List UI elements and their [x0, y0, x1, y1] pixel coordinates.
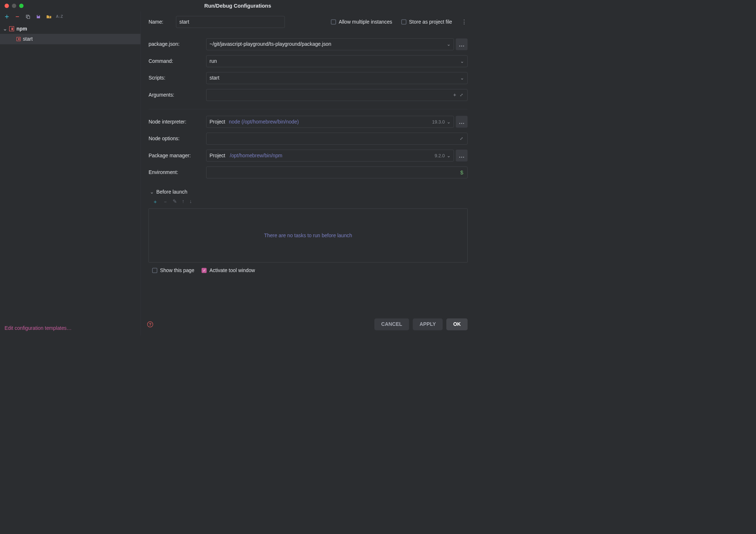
tree-item-start[interactable]: start: [0, 34, 141, 44]
checkbox-icon: [331, 19, 336, 24]
browse-button[interactable]: …: [456, 116, 468, 128]
save-icon[interactable]: [36, 14, 41, 19]
environment-label: Environment:: [149, 170, 206, 175]
help-icon[interactable]: ?: [147, 321, 153, 327]
checkbox-icon: [401, 19, 406, 24]
npm-icon: [9, 26, 14, 31]
main-panel: Name: start Allow multiple instances Sto…: [141, 11, 475, 336]
svg-rect-1: [27, 16, 30, 19]
window-title: Run/Debug Configurations: [0, 3, 475, 9]
show-page-checkbox[interactable]: Show this page: [152, 267, 194, 273]
package-manager-combo[interactable]: Project /opt/homebrew/bin/npm 9.2.0 ⌄: [206, 150, 454, 162]
checkbox-icon: [152, 268, 157, 273]
divider: [149, 109, 468, 110]
sidebar: A↓Z ⌄ npm start Edit configuration templ…: [0, 11, 141, 336]
chevron-down-icon: ⌄: [447, 153, 451, 158]
name-input[interactable]: start: [176, 16, 285, 28]
apply-button[interactable]: APPLY: [413, 319, 443, 331]
chevron-down-icon: ⌄: [460, 76, 464, 81]
package-json-label: package.json:: [149, 41, 206, 47]
more-options-icon[interactable]: ⋮: [461, 19, 468, 25]
svg-rect-2: [37, 15, 39, 16]
node-options-input[interactable]: ⤢: [206, 133, 467, 145]
run-debug-dialog: Run/Debug Configurations A↓Z: [0, 0, 475, 336]
chevron-down-icon: ⌄: [447, 119, 451, 125]
env-vars-icon[interactable]: $: [460, 169, 463, 176]
tree-group-npm[interactable]: ⌄ npm: [0, 24, 141, 34]
remove-icon[interactable]: [15, 14, 20, 19]
move-up-icon[interactable]: ↑: [182, 198, 185, 205]
add-icon[interactable]: ＋: [153, 198, 158, 205]
expand-icon[interactable]: ⤢: [460, 136, 463, 141]
chevron-down-icon: ⌄: [460, 58, 464, 64]
npm-icon: [16, 37, 20, 41]
chevron-down-icon: ⌄: [3, 26, 7, 32]
arguments-label: Arguments:: [149, 92, 206, 98]
ok-button[interactable]: OK: [446, 319, 467, 331]
sort-alpha-icon[interactable]: A↓Z: [57, 14, 62, 19]
window-close-icon[interactable]: [5, 4, 9, 8]
insert-macro-icon[interactable]: +: [453, 92, 456, 98]
before-launch-toolbar: ＋ － ✎ ↑ ↓: [149, 197, 468, 209]
before-launch-list: There are no tasks to run before launch: [149, 209, 468, 262]
command-label: Command:: [149, 58, 206, 64]
arguments-input[interactable]: + ⤢: [206, 89, 467, 101]
tree-group-label: npm: [16, 26, 27, 32]
environment-input[interactable]: $: [206, 166, 467, 178]
remove-icon[interactable]: －: [163, 198, 168, 205]
chevron-down-icon: ⌄: [447, 41, 451, 47]
titlebar: Run/Debug Configurations: [0, 0, 475, 11]
before-launch-header[interactable]: ⌄ Before launch: [149, 189, 468, 195]
copy-icon[interactable]: [25, 14, 31, 19]
folder-icon[interactable]: [46, 14, 52, 19]
sidebar-toolbar: A↓Z: [0, 11, 141, 22]
allow-multiple-checkbox[interactable]: Allow multiple instances: [331, 19, 392, 25]
config-tree: ⌄ npm start: [0, 22, 141, 320]
name-label: Name:: [149, 19, 176, 25]
activate-window-checkbox[interactable]: ✓ Activate tool window: [202, 267, 255, 273]
tree-item-label: start: [23, 36, 33, 42]
edit-templates-link[interactable]: Edit configuration templates…: [5, 325, 72, 331]
store-project-checkbox[interactable]: Store as project file: [401, 19, 452, 25]
move-down-icon[interactable]: ↓: [189, 198, 192, 205]
cancel-button[interactable]: CANCEL: [374, 319, 409, 331]
scripts-label: Scripts:: [149, 75, 206, 81]
package-json-combo[interactable]: ~/git/javascript-playground/ts-playgroun…: [206, 39, 454, 50]
node-interpreter-combo[interactable]: Project node (/opt/homebrew/bin/node) 19…: [206, 116, 454, 128]
checkbox-checked-icon: ✓: [202, 268, 207, 273]
browse-button[interactable]: …: [456, 39, 468, 50]
browse-button[interactable]: …: [456, 150, 468, 162]
expand-icon[interactable]: ⤢: [460, 93, 463, 98]
chevron-down-icon: ⌄: [150, 189, 154, 195]
node-interpreter-label: Node interpreter:: [149, 119, 206, 125]
node-options-label: Node options:: [149, 136, 206, 142]
add-icon[interactable]: [4, 14, 9, 19]
command-combo[interactable]: run ⌄: [206, 55, 467, 67]
package-manager-label: Package manager:: [149, 153, 206, 158]
window-minimize-icon: [12, 4, 16, 8]
scripts-combo[interactable]: start ⌄: [206, 72, 467, 84]
window-zoom-icon[interactable]: [19, 4, 24, 8]
edit-icon[interactable]: ✎: [173, 198, 177, 205]
